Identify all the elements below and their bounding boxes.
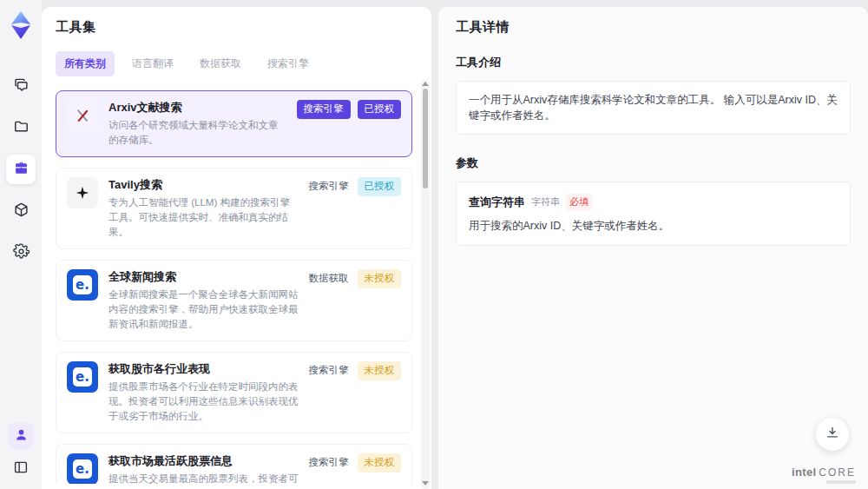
sidebar-item-toolbox[interactable] — [6, 155, 36, 184]
tool-name: 获取市场最活跃股票信息 — [108, 453, 299, 469]
tab-search-engine[interactable]: 搜索引擎 — [259, 51, 318, 76]
briefcase-icon — [13, 160, 30, 180]
tool-card-global-news[interactable]: e. 全球新闻搜索 全球新闻搜索是一个聚合全球各大新闻网站内容的搜索引擎，帮助用… — [56, 260, 412, 341]
tool-description: 提供股票市场各个行业在特定时间段内的表现。投资者可以利用这些信息来识别表现优于或… — [108, 380, 299, 424]
news-e-logo-icon: e. — [67, 361, 98, 393]
news-e-logo-icon: e. — [67, 269, 98, 301]
panel-collapse-icon — [13, 459, 29, 479]
tool-card-tavily[interactable]: Tavily搜索 专为人工智能代理 (LLM) 构建的搜索引擎工具。可快速提供实… — [56, 168, 412, 249]
tool-description: 访问各个研究领域大量科学论文和文章的存储库。 — [108, 118, 288, 148]
details-title: 工具详情 — [456, 19, 851, 36]
tool-card-active-stocks[interactable]: e. 获取市场最活跃股票信息 提供当天交易量最高的股票列表，投资者可以利用这些信… — [56, 444, 412, 484]
tool-description: 全球新闻搜索是一个聚合全球各大新闻网站内容的搜索引擎，帮助用户快速获取全球最新资… — [108, 287, 299, 332]
cube-icon — [13, 202, 30, 221]
param-name: 查询字符串 — [469, 195, 525, 210]
collapse-sidebar-button[interactable] — [10, 458, 32, 480]
intro-heading: 工具介绍 — [456, 55, 851, 70]
category-badge: 数据获取 — [307, 269, 351, 288]
category-tabs: 所有类别 语言翻译 数据获取 搜索引擎 — [56, 51, 418, 76]
list-scrollbar — [421, 80, 430, 489]
core-wordmark: core — [819, 466, 856, 479]
category-badge: 搜索引擎 — [307, 177, 351, 196]
auth-status-badge: 未授权 — [358, 361, 402, 380]
app-logo-icon[interactable] — [7, 10, 35, 40]
sidebar-item-files[interactable] — [6, 113, 36, 142]
param-required-badge: 必填 — [566, 194, 592, 210]
chat-icon — [13, 76, 30, 96]
category-badge: 搜索引擎 — [307, 453, 351, 472]
download-button[interactable] — [816, 418, 849, 451]
arxiv-logo-icon — [67, 100, 98, 131]
tool-name: Tavily搜索 — [108, 177, 299, 193]
tool-name: Arxiv文献搜索 — [108, 100, 288, 116]
tool-description: 提供当天交易量最高的股票列表，投资者可以利用这些信息来识别流动性强的股票和潜在的… — [108, 472, 299, 484]
scrollbar-up-arrow[interactable] — [422, 82, 429, 86]
folder-icon — [13, 118, 30, 138]
person-icon — [14, 427, 29, 446]
auth-status-badge: 未授权 — [358, 453, 402, 472]
tool-name: 全球新闻搜索 — [108, 269, 299, 285]
tool-card-sector-performance[interactable]: e. 获取股市各行业表现 提供股票市场各个行业在特定时间段内的表现。投资者可以利… — [56, 352, 412, 433]
auth-status-badge: 已授权 — [358, 177, 402, 196]
download-icon — [825, 425, 840, 444]
tool-name: 获取股市各行业表现 — [108, 361, 299, 377]
tab-all-categories[interactable]: 所有类别 — [56, 51, 115, 76]
intel-logo-subline — [826, 480, 856, 484]
tool-card-arxiv[interactable]: Arxiv文献搜索 访问各个研究领域大量科学论文和文章的存储库。 搜索引擎 已授… — [56, 90, 412, 157]
tool-details-panel: 工具详情 工具介绍 一个用于从Arxiv存储库搜索科学论文和文章的工具。 输入可… — [438, 7, 868, 489]
tab-data-acquisition[interactable]: 数据获取 — [191, 51, 250, 76]
app-window: 工具集 所有类别 语言翻译 数据获取 搜索引擎 — [0, 0, 868, 489]
scrollbar-down-arrow[interactable] — [422, 481, 429, 486]
param-description: 用于搜索的Arxiv ID、关键字或作者姓名。 — [469, 219, 838, 234]
intel-wordmark: intel — [792, 466, 816, 479]
category-badge: 搜索引擎 — [307, 361, 351, 380]
category-badge: 搜索引擎 — [297, 100, 351, 119]
auth-status-badge: 已授权 — [358, 100, 402, 119]
sidebar-nav — [6, 71, 36, 268]
sidebar-item-settings[interactable] — [6, 238, 36, 268]
parameter-item: 查询字符串 字符串 必填 用于搜索的Arxiv ID、关键字或作者姓名。 — [456, 182, 851, 246]
tab-language-translation[interactable]: 语言翻译 — [123, 51, 182, 76]
intel-core-logo: intel core — [792, 466, 856, 479]
gear-icon — [13, 243, 30, 263]
tavily-star-icon — [67, 177, 98, 208]
page-title: 工具集 — [56, 19, 418, 36]
news-e-logo-icon: e. — [67, 453, 98, 484]
scrollbar-thumb[interactable] — [423, 89, 428, 188]
sidebar-item-packages[interactable] — [6, 196, 36, 226]
user-avatar[interactable] — [8, 423, 34, 449]
tool-card-list: Arxiv文献搜索 访问各个研究领域大量科学论文和文章的存储库。 搜索引擎 已授… — [42, 89, 431, 484]
tool-intro-text: 一个用于从Arxiv存储库搜索科学论文和文章的工具。 输入可以是Arxiv ID… — [456, 81, 851, 135]
tools-list-panel: 工具集 所有类别 语言翻译 数据获取 搜索引擎 — [42, 7, 431, 489]
params-heading: 参数 — [456, 155, 851, 171]
sidebar — [0, 0, 42, 489]
tool-description: 专为人工智能代理 (LLM) 构建的搜索引擎工具。可快速提供实时、准确和真实的结… — [108, 195, 299, 240]
param-type: 字符串 — [531, 195, 560, 208]
auth-status-badge: 未授权 — [358, 269, 402, 288]
sidebar-item-chat[interactable] — [6, 71, 36, 101]
